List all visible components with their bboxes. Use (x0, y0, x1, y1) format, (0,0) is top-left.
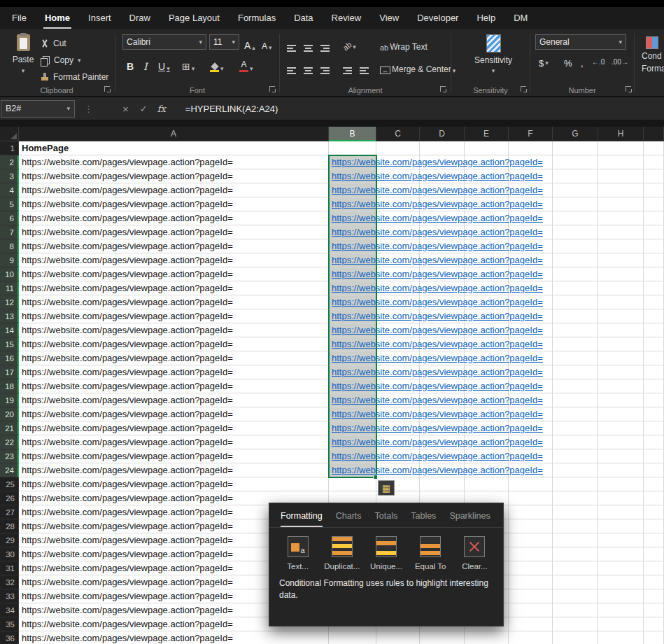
cell-A21[interactable]: https://website.com/pages/viewpage.actio… (19, 421, 329, 435)
copy-button[interactable]: Copy ▾ (41, 52, 81, 68)
cell-A12[interactable]: https://website.com/pages/viewpage.actio… (19, 295, 329, 309)
column-header-partial[interactable] (644, 127, 664, 141)
row-header-9[interactable]: 9 (0, 253, 19, 267)
cell-partial13[interactable] (644, 309, 664, 323)
cell-E36[interactable] (465, 631, 509, 644)
row-header-5[interactable]: 5 (0, 197, 19, 211)
row-header-25[interactable]: 25 (0, 477, 19, 491)
increase-indent-button[interactable] (360, 59, 369, 74)
paste-button[interactable]: Paste ▾ (7, 34, 39, 93)
cell-partial8[interactable] (644, 239, 664, 253)
select-all-corner[interactable] (0, 127, 19, 141)
cell-E1[interactable] (465, 141, 509, 155)
hyperlink-B6[interactable]: https://website.com/pages/viewpage.actio… (332, 211, 543, 225)
cell-C36[interactable] (376, 631, 420, 644)
cell-B10[interactable]: https://website.com/pages/viewpage.actio… (329, 267, 376, 281)
hyperlink-B14[interactable]: https://website.com/pages/viewpage.actio… (332, 323, 543, 337)
qa-tab-charts[interactable]: Charts (336, 511, 362, 527)
align-center-button[interactable] (304, 59, 313, 74)
qa-item-uniq[interactable]: Unique... (365, 536, 407, 570)
cell-G26[interactable] (553, 491, 598, 505)
cell-H36[interactable] (598, 631, 644, 644)
cell-F33[interactable] (509, 589, 553, 603)
cell-partial26[interactable] (644, 491, 664, 505)
cell-partial14[interactable] (644, 323, 664, 337)
cell-B24[interactable]: https://website.com/pages/viewpage.actio… (329, 463, 376, 477)
enter-icon[interactable]: ✓ (140, 104, 148, 114)
font-color-button[interactable]: A ▾ (239, 57, 253, 72)
row-header-15[interactable]: 15 (0, 337, 19, 351)
cell-F36[interactable] (509, 631, 553, 644)
cell-partial17[interactable] (644, 365, 664, 379)
menu-tab-dm[interactable]: DM (504, 7, 537, 29)
hyperlink-B20[interactable]: https://website.com/pages/viewpage.actio… (332, 407, 543, 421)
cell-G16[interactable] (553, 351, 598, 365)
cell-partial27[interactable] (644, 505, 664, 519)
cell-partial5[interactable] (644, 197, 664, 211)
cell-B36[interactable] (329, 631, 376, 644)
row-header-31[interactable]: 31 (0, 561, 19, 575)
cell-A25[interactable]: https://website.com/pages/viewpage.actio… (19, 477, 329, 491)
sensitivity-button[interactable]: Sensitivity ▾ (458, 34, 528, 92)
cell-partial33[interactable] (644, 589, 664, 603)
cell-F31[interactable] (509, 561, 553, 575)
cell-H10[interactable] (598, 267, 644, 281)
row-header-10[interactable]: 10 (0, 267, 19, 281)
cell-H22[interactable] (598, 435, 644, 449)
cell-B7[interactable]: https://website.com/pages/viewpage.actio… (329, 225, 376, 239)
cell-A6[interactable]: https://website.com/pages/viewpage.actio… (19, 211, 329, 225)
cell-B15[interactable]: https://website.com/pages/viewpage.actio… (329, 337, 376, 351)
cell-B11[interactable]: https://website.com/pages/viewpage.actio… (329, 281, 376, 295)
align-right-button[interactable] (320, 59, 330, 74)
cell-A8[interactable]: https://website.com/pages/viewpage.actio… (19, 239, 329, 253)
row-header-7[interactable]: 7 (0, 225, 19, 239)
cell-partial18[interactable] (644, 379, 664, 393)
cell-G22[interactable] (553, 435, 598, 449)
row-header-35[interactable]: 35 (0, 617, 19, 631)
cell-B19[interactable]: https://website.com/pages/viewpage.actio… (329, 393, 376, 407)
row-header-16[interactable]: 16 (0, 351, 19, 365)
accounting-format-button[interactable]: $ ▾ (539, 58, 549, 69)
row-header-28[interactable]: 28 (0, 519, 19, 533)
cell-partial35[interactable] (644, 617, 664, 631)
cell-partial6[interactable] (644, 211, 664, 225)
cell-A22[interactable]: https://website.com/pages/viewpage.actio… (19, 435, 329, 449)
cell-D36[interactable] (420, 631, 465, 644)
cell-G18[interactable] (553, 379, 598, 393)
qa-tab-totals[interactable]: Totals (375, 511, 398, 527)
cell-F28[interactable] (509, 519, 553, 533)
cell-F30[interactable] (509, 547, 553, 561)
row-header-8[interactable]: 8 (0, 239, 19, 253)
formula-input[interactable]: =HYPERLINK(A2:A24) (185, 104, 278, 114)
cell-partial16[interactable] (644, 351, 664, 365)
cell-H30[interactable] (598, 547, 644, 561)
row-header-11[interactable]: 11 (0, 281, 19, 295)
row-header-32[interactable]: 32 (0, 575, 19, 589)
hyperlink-B9[interactable]: https://website.com/pages/viewpage.actio… (332, 253, 543, 267)
menu-tab-formulas[interactable]: Formulas (229, 7, 285, 29)
cell-H29[interactable] (598, 533, 644, 547)
menu-tab-view[interactable]: View (370, 7, 408, 29)
cell-H16[interactable] (598, 351, 644, 365)
cell-partial2[interactable] (644, 155, 664, 169)
hyperlink-B4[interactable]: https://website.com/pages/viewpage.actio… (332, 183, 543, 197)
cell-partial7[interactable] (644, 225, 664, 239)
cell-H9[interactable] (598, 253, 644, 267)
qa-tab-formatting[interactable]: Formatting (281, 511, 323, 527)
cell-F35[interactable] (509, 617, 553, 631)
column-header-g[interactable]: G (553, 127, 598, 141)
cell-G9[interactable] (553, 253, 598, 267)
cell-H25[interactable] (598, 477, 644, 491)
cell-partial1[interactable] (644, 141, 664, 155)
menu-tab-developer[interactable]: Developer (408, 7, 467, 29)
cell-G23[interactable] (553, 449, 598, 463)
hyperlink-B18[interactable]: https://website.com/pages/viewpage.actio… (332, 379, 543, 393)
wrap-text-button[interactable]: ab Wrap Text (380, 36, 428, 52)
cell-H18[interactable] (598, 379, 644, 393)
cell-partial22[interactable] (644, 435, 664, 449)
orientation-button[interactable]: ab ▾ (343, 35, 356, 50)
quick-analysis-button[interactable]: ▦ (378, 480, 395, 496)
cell-A17[interactable]: https://website.com/pages/viewpage.actio… (19, 365, 329, 379)
cell-A15[interactable]: https://website.com/pages/viewpage.actio… (19, 337, 329, 351)
cell-H20[interactable] (598, 407, 644, 421)
